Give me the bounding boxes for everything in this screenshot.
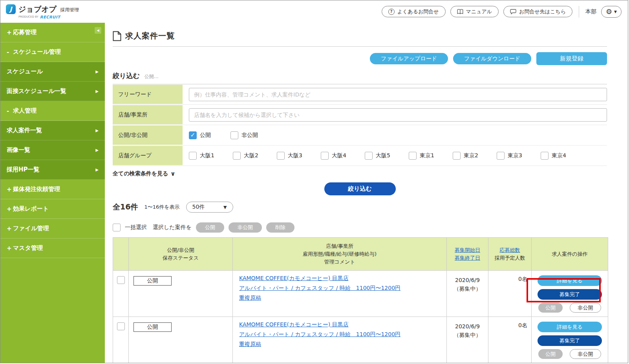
sidebar-item-applications[interactable]: + 応募管理 xyxy=(0,23,105,42)
sidebar: + 応募管理 - スケジュール管理 スケジュール ▶ 面接スケジュール一覧 ▶ … xyxy=(0,23,105,363)
sort-end-date-link[interactable]: 募集終了日 xyxy=(448,255,486,262)
recruit-logo: RECRUIT xyxy=(40,15,60,19)
sidebar-item-report[interactable]: + 効果レポート xyxy=(0,199,105,219)
header-operations-label: 求人案件の操作 xyxy=(533,251,606,258)
filter-title: 絞り込む xyxy=(113,71,140,80)
unpublish-checkbox[interactable] xyxy=(230,131,238,139)
bulk-publish-button[interactable]: 公開 xyxy=(196,222,224,233)
chevron-right-icon: ▶ xyxy=(95,128,99,133)
group-checkbox-tokyo1[interactable] xyxy=(409,152,417,160)
sidebar-item-label: 求人案件一覧 xyxy=(7,127,42,134)
store-link[interactable]: KAMOME COFFEE(カモメコーヒー) 目黒店 xyxy=(239,321,440,328)
results-range: 1〜16件を表示 xyxy=(144,204,179,211)
filter-note: 公開… xyxy=(144,73,159,80)
brand-name: ジョブオプ xyxy=(18,4,57,15)
row-unpublish-button[interactable]: 非公開 xyxy=(570,303,601,313)
recruit-complete-button[interactable]: 募集完了 xyxy=(538,335,602,346)
header-store-line2: 雇用形態/職種/給与(研修時給与) xyxy=(234,251,445,258)
freeword-input[interactable] xyxy=(189,88,607,101)
contact-button[interactable]: お問合せ先はこちら xyxy=(503,6,572,17)
row-checkbox[interactable] xyxy=(117,322,125,330)
duplicate-draft-link[interactable]: 重複原稿 xyxy=(239,341,440,348)
create-new-button[interactable]: 新規登録 xyxy=(536,52,607,65)
select-all-checkbox[interactable] xyxy=(113,224,121,231)
settings-menu-button[interactable]: ⚙ ▼ xyxy=(601,6,622,18)
group-checkbox-osaka3[interactable] xyxy=(277,152,285,160)
show-all-conditions-link[interactable]: 全ての検索条件を見る ∨ xyxy=(113,170,607,177)
row-checkbox[interactable] xyxy=(117,276,125,284)
file-download-button[interactable]: ファイルダウンロード xyxy=(453,53,531,64)
page-title: 求人案件一覧 xyxy=(125,31,175,41)
group-checkbox-osaka1[interactable] xyxy=(189,152,197,160)
view-detail-button[interactable]: 詳細を見る xyxy=(538,275,602,286)
page-size-select[interactable]: 50件 ▼ xyxy=(186,202,233,213)
bulk-delete-button[interactable]: 削除 xyxy=(266,222,294,233)
group-option-label: 東京1 xyxy=(420,152,434,159)
sort-start-date-link[interactable]: 募集開始日 xyxy=(448,247,486,254)
view-detail-button[interactable]: 詳細を見る xyxy=(538,322,602,332)
header-dates: 募集開始日 募集終了日 xyxy=(447,238,488,271)
group-checkbox-osaka2[interactable] xyxy=(233,152,241,160)
row-publish-button[interactable]: 公開 xyxy=(538,303,563,313)
group-checkbox-osaka5[interactable] xyxy=(365,152,373,160)
file-upload-button[interactable]: ファイルアップロード xyxy=(370,53,448,64)
sidebar-item-job-list[interactable]: 求人案件一覧 ▶ xyxy=(0,121,105,140)
sidebar-item-label: スケジュール xyxy=(7,68,43,75)
sidebar-item-media-order[interactable]: + 媒体発注依頼管理 xyxy=(0,180,105,199)
sidebar-item-recruit-hp-list[interactable]: 採用HP一覧 ▶ xyxy=(0,160,105,180)
unpublish-option-label: 非公開 xyxy=(241,132,258,139)
filter-submit-button[interactable]: 絞り込む xyxy=(324,182,396,195)
chevron-right-icon: ▶ xyxy=(95,89,99,93)
row-unpublish-button[interactable]: 非公開 xyxy=(570,349,601,359)
top-header: J ジョブオプ 採用管理 PRODUCED BY RECRUIT ? よくあるお… xyxy=(0,0,628,23)
sidebar-item-file-mgmt[interactable]: + ファイル管理 xyxy=(0,219,105,238)
sidebar-item-schedule-mgmt[interactable]: - スケジュール管理 xyxy=(0,42,105,62)
row-publish-button[interactable]: 公開 xyxy=(538,349,563,359)
group-checkbox-tokyo3[interactable] xyxy=(497,152,505,160)
bulk-unpublish-button[interactable]: 非公開 xyxy=(229,222,262,233)
job-link[interactable]: アルバイト・パート / カフェスタッフ / 時給 1100円〜1200円 xyxy=(239,285,440,292)
gear-icon: ⚙ xyxy=(606,8,612,15)
results-total: 全16件 xyxy=(113,202,138,212)
caret-down-icon: ▼ xyxy=(614,10,617,14)
duplicate-draft-link[interactable]: 重複原稿 xyxy=(239,295,440,302)
sidebar-item-label: 媒体発注依頼管理 xyxy=(13,186,60,193)
sort-applicants-link[interactable]: 応募総数 xyxy=(490,247,530,254)
sidebar-item-job-mgmt[interactable]: - 求人管理 xyxy=(0,101,105,121)
chevron-right-icon: ▶ xyxy=(95,69,99,74)
book-icon xyxy=(457,9,463,15)
store-link[interactable]: KAMOME COFFEE(カモメコーヒー) 目黒店 xyxy=(239,275,440,282)
header-store: 店舗/事業所 雇用形態/職種/給与(研修時給与) 管理コメント xyxy=(233,238,447,271)
recruit-complete-button[interactable]: 募集完了 xyxy=(538,289,602,300)
publish-checkbox[interactable]: ✓ xyxy=(189,131,197,139)
group-option-label: 大阪2 xyxy=(244,152,258,159)
sidebar-collapse-button[interactable]: ◀ xyxy=(95,27,101,34)
chevron-right-icon: ▶ xyxy=(95,148,99,152)
jobs-table: 公開/非公開 保存ステータス 店舗/事業所 雇用形態/職種/給与(研修時給与) … xyxy=(113,237,608,363)
sidebar-item-label: 応募管理 xyxy=(13,29,37,36)
filter-section-header: 絞り込む 公開… xyxy=(113,71,607,84)
app-logo[interactable]: J ジョブオプ 採用管理 PRODUCED BY RECRUIT xyxy=(6,4,79,19)
applicant-count: 0名 xyxy=(518,276,527,282)
group-option-label: 大阪3 xyxy=(288,152,302,159)
job-link[interactable]: アルバイト・パート / カフェスタッフ / 時給 1100円〜1200円 xyxy=(239,331,440,338)
store-input[interactable] xyxy=(189,108,607,122)
job-row: 公開 KAMOME COFFEE(カモメコーヒー) 目黒店 アルバイト・パート … xyxy=(113,271,608,317)
sidebar-item-image-list[interactable]: 画像一覧 ▶ xyxy=(0,140,105,160)
job-row: 公開 KAMOME COFFEE(カモメコーヒー) 目黒店 アルバイト・パート … xyxy=(113,317,608,363)
group-option-label: 東京3 xyxy=(508,152,522,159)
group-checkbox-tokyo4[interactable] xyxy=(541,152,549,160)
status-badge: 公開 xyxy=(133,322,172,332)
faq-button[interactable]: ? よくあるお問合せ xyxy=(382,6,446,17)
manual-button[interactable]: マニュアル xyxy=(450,6,499,17)
filter-row-freeword: フリーワード xyxy=(113,84,607,105)
group-checkbox-osaka4[interactable] xyxy=(321,152,329,160)
group-checkbox-tokyo2[interactable] xyxy=(453,152,461,160)
app-window: J ジョブオプ 採用管理 PRODUCED BY RECRUIT ? よくあるお… xyxy=(0,0,628,363)
sidebar-item-interview-schedule[interactable]: 面接スケジュール一覧 ▶ xyxy=(0,82,105,101)
expand-icon: + xyxy=(7,29,13,36)
sidebar-item-master-mgmt[interactable]: + マスタ管理 xyxy=(0,238,105,258)
sidebar-item-schedule[interactable]: スケジュール ▶ xyxy=(0,62,105,82)
group-option-label: 大阪5 xyxy=(376,152,390,159)
chat-icon xyxy=(510,9,516,15)
